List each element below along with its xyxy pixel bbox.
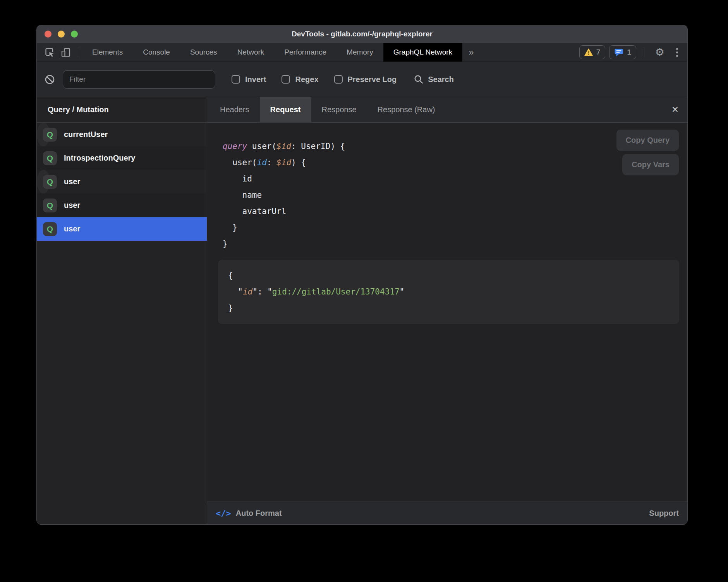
code-brackets-icon: </> [216,508,231,518]
detail-tab-request[interactable]: Request [260,97,311,122]
code-token: query [223,142,247,151]
tab-elements[interactable]: Elements [82,43,133,62]
clear-block-icon[interactable] [45,74,55,85]
devtools-window: DevTools - gitlab.com/-/graphql-explorer… [36,25,688,525]
query-item-label: user [64,177,80,186]
tab-sources[interactable]: Sources [180,43,227,62]
request-content: Copy Query Copy Vars query user($id: Use… [207,123,687,502]
zoom-window-button[interactable] [71,31,78,38]
filter-input[interactable] [63,70,215,89]
query-type-badge: Q [43,175,57,189]
code-token: $id [276,158,291,167]
filter-bar: InvertRegexPreserve Log Search [37,62,687,97]
window-title: DevTools - gitlab.com/-/graphql-explorer [292,30,433,38]
query-list-item-introspectionquery-1[interactable]: QIntrospectionQuery [37,146,207,170]
close-window-button[interactable] [45,31,52,38]
detail-panel: HeadersRequestResponseResponse (Raw) ✕ C… [207,97,687,524]
code-token: name [223,190,262,200]
checkbox-box-invert[interactable] [232,75,240,84]
code-line: avatarUrl [223,203,687,219]
code-token: user( [247,142,276,151]
issues-badge[interactable]: 1 [609,45,636,59]
code-token: avatarUrl [223,207,286,216]
tab-network[interactable]: Network [227,43,275,62]
more-tabs-chevron[interactable]: » [462,43,480,62]
title-bar: DevTools - gitlab.com/-/graphql-explorer [37,25,687,43]
copy-query-button[interactable]: Copy Query [616,130,679,151]
code-line: name [223,187,687,203]
code-line: } [223,236,687,252]
more-options-kebab-icon[interactable] [671,48,683,57]
query-list: QcurrentUserQIntrospectionQueryQuserQuse… [37,123,207,241]
main-split: Query / Mutation QcurrentUserQIntrospect… [37,97,687,524]
code-token: : UserID) { [291,142,345,151]
checkbox-invert[interactable]: Invert [232,75,266,84]
query-list-item-user-2[interactable]: Quser [37,170,50,193]
code-token: { [228,271,233,280]
code-token: " [400,287,405,296]
query-list-item-currentuser-0[interactable]: QcurrentUser [37,123,50,146]
code-token [228,287,238,296]
query-type-badge: Q [43,199,57,212]
tab-performance[interactable]: Performance [274,43,337,62]
support-link[interactable]: Support [649,509,679,518]
tab-graphql-network[interactable]: GraphQL Network [383,43,462,62]
detail-tab-headers[interactable]: Headers [209,97,260,122]
query-list-item-user-3[interactable]: Quser [37,193,207,217]
auto-format-toggle[interactable]: Auto Format [236,509,282,518]
detail-tab-response[interactable]: Response [311,97,367,122]
checkbox-label-preserve-log: Preserve Log [348,75,397,84]
code-token: " [267,287,272,296]
checkbox-label-regex: Regex [295,75,318,84]
devtools-tab-bar: ElementsConsoleSourcesNetworkPerformance… [37,43,687,62]
toolbar-right-cluster: 7 1 ⚙ [579,43,687,62]
code-token: " [252,287,258,296]
query-list-item-user-4[interactable]: Quser [37,217,207,241]
query-type-badge: Q [43,151,57,165]
code-token: user( [223,158,257,167]
code-token: } [228,303,233,313]
detail-tab-response-raw[interactable]: Response (Raw) [367,97,446,122]
code-token: : [267,158,276,167]
code-line: { [228,267,669,284]
warning-triangle-icon [584,48,593,56]
query-type-badge: Q [43,222,57,236]
query-item-label: IntrospectionQuery [64,154,135,163]
search-label: Search [428,75,454,84]
devtools-tab-strip: ElementsConsoleSourcesNetworkPerformance… [82,43,462,62]
checkbox-preserve-log[interactable]: Preserve Log [334,75,397,84]
copy-vars-button[interactable]: Copy Vars [622,154,679,175]
code-token: id [223,174,252,183]
code-token: ) { [291,158,306,167]
query-item-label: currentUser [64,130,108,139]
device-toolbar-icon[interactable] [58,43,74,62]
code-token: $id [276,142,291,151]
query-type-badge: Q [43,128,57,142]
bottom-bar: </> Auto Format Support [207,502,687,524]
code-token: " [238,287,243,296]
tab-memory[interactable]: Memory [337,43,383,62]
settings-gear-icon[interactable]: ⚙ [652,47,668,58]
tab-console[interactable]: Console [133,43,180,62]
checkbox-label-invert: Invert [245,75,266,84]
issues-count: 1 [627,48,631,56]
warnings-badge[interactable]: 7 [579,45,606,59]
minimize-window-button[interactable] [58,31,65,38]
checkbox-regex[interactable]: Regex [282,75,318,84]
detail-tab-bar: HeadersRequestResponseResponse (Raw) ✕ [207,97,687,123]
checkbox-box-preserve-log[interactable] [334,75,343,84]
code-token: } [223,239,228,248]
toolbar-divider [78,47,78,57]
close-icon[interactable]: ✕ [671,105,679,114]
code-line: } [223,219,687,236]
checkbox-box-regex[interactable] [282,75,290,84]
query-item-label: user [64,224,80,233]
copy-buttons: Copy Query Copy Vars [616,130,679,175]
filter-checkboxes: InvertRegexPreserve Log [232,75,412,84]
search-toggle[interactable]: Search [414,74,454,84]
inspect-element-icon[interactable] [41,43,58,62]
query-variables-box: { "id": "gid://gitlab/User/13704317"} [218,260,679,324]
query-item-label: user [64,201,80,210]
code-token: id [243,287,252,296]
code-token: } [223,223,237,232]
